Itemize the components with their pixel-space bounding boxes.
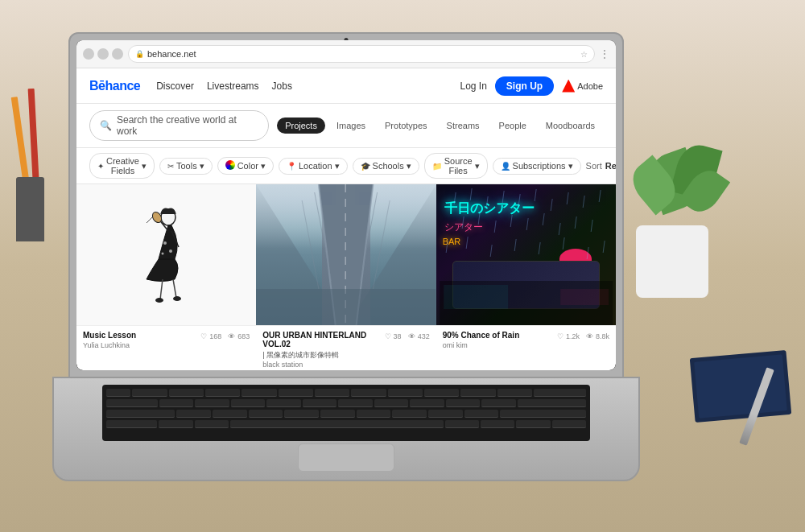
key xyxy=(242,389,276,397)
signup-button[interactable]: Sign Up xyxy=(495,76,554,96)
urban-author: black station xyxy=(262,361,384,369)
chip-location[interactable]: 📍 Location ▾ xyxy=(279,158,348,175)
nav-discover[interactable]: Discover xyxy=(156,80,194,92)
chip-subscriptions[interactable]: 👤 Subscriptions ▾ xyxy=(493,158,581,175)
key xyxy=(460,389,495,397)
gallery-item-rain[interactable]: 千日のシアター シアター BAR xyxy=(436,184,616,370)
key xyxy=(410,399,444,407)
urban-views: 👁 432 xyxy=(408,332,430,340)
rain-title: 90% Chance of Rain xyxy=(443,331,520,340)
urban-info: OUR URBAN HINTERLAND VOL.02 | 黑像素的城市影像特輯… xyxy=(256,325,436,370)
key xyxy=(284,410,319,418)
search-icon: 🔍 xyxy=(100,120,112,131)
svg-line-36 xyxy=(466,237,468,249)
reload-button[interactable] xyxy=(112,48,123,60)
key xyxy=(516,420,550,428)
rain-stats: ♡ 1.2k 👁 8.8k xyxy=(557,332,609,340)
chip-tools[interactable]: ✂ Tools ▾ xyxy=(159,158,213,175)
forward-button[interactable] xyxy=(97,48,109,60)
chip-creative-fields[interactable]: ✦ Creative Fields ▾ xyxy=(89,153,155,179)
view-icon-3: 👁 xyxy=(586,332,593,340)
creative-fields-icon: ✦ xyxy=(97,162,104,171)
key xyxy=(132,389,167,397)
tab-streams[interactable]: Streams xyxy=(439,118,488,134)
urban-likes: ♡ 38 xyxy=(385,332,402,340)
chip-subscriptions-label: Subscriptions xyxy=(513,161,566,171)
view-icon: 👁 xyxy=(228,332,235,340)
svg-line-29 xyxy=(510,215,512,227)
key-row-1 xyxy=(106,389,586,397)
music-lesson-views-count: 683 xyxy=(237,332,250,340)
svg-rect-15 xyxy=(256,289,436,325)
address-text: behance.net xyxy=(147,49,196,59)
urban-hinterland-image xyxy=(256,184,436,325)
nav-links: Discover Livestreams Jobs xyxy=(156,80,444,92)
tools-icon: ✂ xyxy=(167,162,174,171)
tab-prototypes[interactable]: Prototypes xyxy=(377,118,436,134)
tab-people[interactable]: People xyxy=(491,118,535,134)
key xyxy=(266,399,301,407)
browser-window: 🔒 behance.net ☆ ⋮ Bēhance Discover Lives… xyxy=(76,40,616,370)
key xyxy=(195,420,229,428)
tab-moodboards[interactable]: Moodboards xyxy=(538,118,603,134)
gallery-item-music-lesson[interactable]: Music Lesson Yulia Luchkina ♡ 168 xyxy=(76,184,256,370)
trackpad[interactable] xyxy=(298,443,394,472)
chip-source-files-label: Source Files xyxy=(444,156,473,175)
back-button[interactable] xyxy=(83,48,94,60)
music-lesson-image xyxy=(76,184,256,325)
tab-projects[interactable]: Projects xyxy=(277,118,325,134)
svg-line-19 xyxy=(502,191,504,203)
svg-line-40 xyxy=(563,237,564,250)
bridge-svg xyxy=(256,184,436,325)
svg-line-22 xyxy=(551,199,552,211)
key xyxy=(169,389,204,397)
key xyxy=(481,420,514,428)
key-row-2 xyxy=(106,399,586,407)
chip-source-files[interactable]: 📁 Source Files ▾ xyxy=(424,153,488,179)
svg-line-41 xyxy=(587,247,588,259)
key xyxy=(481,399,516,407)
urban-views-count: 432 xyxy=(418,332,430,340)
address-bar[interactable]: 🔒 behance.net ☆ xyxy=(128,45,595,63)
key xyxy=(249,410,283,418)
svg-line-16 xyxy=(454,192,456,204)
chip-color[interactable]: Color ▾ xyxy=(217,157,274,175)
behance-nav: Bēhance Discover Livestreams Jobs Log In… xyxy=(76,68,616,104)
music-lesson-illustration xyxy=(134,203,199,307)
svg-point-5 xyxy=(155,298,163,303)
key xyxy=(374,399,409,407)
key-row-spacebar xyxy=(106,420,586,428)
color-dot-icon xyxy=(225,160,235,171)
chip-schools[interactable]: 🎓 Schools ▾ xyxy=(353,158,419,175)
browser-chrome: 🔒 behance.net ☆ ⋮ xyxy=(76,40,616,68)
key xyxy=(446,399,481,407)
keyboard-area xyxy=(102,385,590,441)
spacebar-key[interactable] xyxy=(230,420,444,428)
urban-stats: ♡ 38 👁 432 xyxy=(385,332,430,340)
laptop-base xyxy=(52,377,640,481)
filter-bar: ✦ Creative Fields ▾ ✂ Tools ▾ Color ▾ xyxy=(76,148,616,184)
nav-jobs[interactable]: Jobs xyxy=(272,80,292,92)
key xyxy=(231,399,266,407)
like-icon: ♡ xyxy=(200,332,207,340)
sort-button[interactable]: Recommended xyxy=(605,161,616,171)
key-row-3 xyxy=(106,410,586,418)
rain-author: omi kim xyxy=(443,341,520,349)
login-button[interactable]: Log In xyxy=(460,80,486,92)
key xyxy=(106,389,130,397)
key xyxy=(464,410,499,418)
svg-rect-45 xyxy=(560,289,609,305)
svg-line-18 xyxy=(486,196,488,208)
more-options-icon[interactable]: ⋮ xyxy=(600,48,609,60)
rain-views-count: 8.8k xyxy=(596,332,609,340)
search-bar[interactable]: 🔍 Search the creative world at work xyxy=(89,110,269,141)
chip-schools-label: Schools xyxy=(373,161,404,171)
svg-point-6 xyxy=(173,296,181,301)
nav-livestreams[interactable]: Livestreams xyxy=(207,80,259,92)
music-lesson-info: Music Lesson Yulia Luchkina ♡ 168 xyxy=(76,325,256,354)
tab-images[interactable]: Images xyxy=(328,118,374,134)
laptop-lid: 🔒 behance.net ☆ ⋮ Bēhance Discover Lives… xyxy=(68,32,624,378)
chip-creative-fields-label: Creative Fields xyxy=(106,156,139,175)
gallery-item-urban[interactable]: OUR URBAN HINTERLAND VOL.02 | 黑像素的城市影像特輯… xyxy=(256,184,436,370)
svg-line-20 xyxy=(518,194,520,206)
